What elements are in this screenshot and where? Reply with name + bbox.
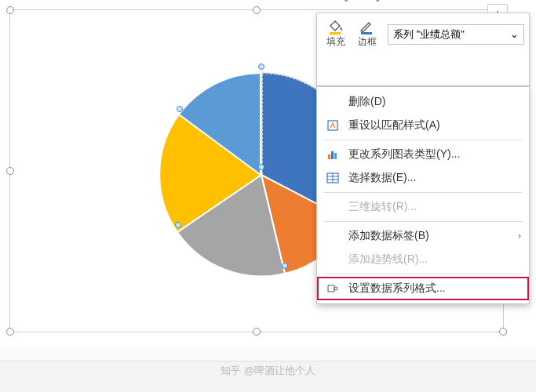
doc-shade2 (0, 349, 536, 361)
menu-select-data[interactable]: 选择数据(E)... (317, 166, 529, 190)
series-handle[interactable] (258, 64, 264, 70)
reset-icon (325, 118, 341, 132)
table-icon (325, 171, 341, 185)
resize-handle-br[interactable] (499, 328, 507, 336)
menu-separator (323, 192, 523, 193)
blank-icon (325, 252, 341, 267)
menu-add-data-labels[interactable]: 添加数据标签(B) › (317, 224, 529, 248)
resize-handle-tl[interactable] (6, 6, 14, 14)
svg-rect-4 (331, 151, 334, 159)
paint-bucket-icon (326, 20, 345, 35)
fill-label: 填充 (326, 35, 345, 49)
series-handle[interactable] (177, 106, 183, 112)
svg-rect-5 (334, 153, 337, 159)
svg-rect-3 (328, 154, 330, 159)
outline-label: 边框 (358, 35, 377, 49)
resize-handle-t[interactable] (253, 6, 261, 14)
menu-format-series[interactable]: 设置数据系列格式... (317, 277, 529, 300)
doc-shade (0, 361, 536, 392)
chart-type-icon (325, 147, 341, 162)
chevron-down-icon: ⌄ (510, 28, 519, 40)
menu-add-trendline: 添加趋势线(R)... (317, 248, 529, 271)
series-handle[interactable] (258, 164, 264, 170)
svg-rect-0 (330, 32, 341, 34)
menu-separator (323, 140, 523, 140)
menu-change-chart-type[interactable]: 更改系列图表类型(Y)... (317, 143, 529, 166)
resize-handle-l[interactable] (6, 167, 14, 175)
chevron-right-icon: › (518, 230, 521, 241)
selector-text: 系列 "业绩总额" (393, 27, 465, 42)
pen-icon (358, 20, 377, 35)
resize-handle-b[interactable] (253, 328, 261, 336)
series-selector[interactable]: 系列 "业绩总额" ⌄ (388, 24, 524, 45)
series-handle[interactable] (282, 263, 288, 269)
svg-point-10 (334, 287, 337, 290)
svg-rect-1 (361, 32, 372, 34)
menu-reset-style[interactable]: 重设以匹配样式(A) (317, 114, 529, 137)
outline-button[interactable]: 边框 ⌄ (353, 18, 381, 50)
resize-handle-bl[interactable] (6, 328, 14, 336)
format-icon (325, 281, 341, 296)
blank-icon (325, 95, 341, 109)
blank-icon (325, 200, 341, 214)
series-handle[interactable] (175, 222, 181, 228)
fill-button[interactable]: 填充 ⌄ (322, 18, 350, 50)
menu-delete[interactable]: 删除(D) (317, 90, 529, 114)
menu-separator (323, 274, 523, 274)
menu-3d-rotation: 三维旋转(R)... (317, 195, 529, 219)
menu-separator (323, 221, 523, 222)
context-menu: 删除(D) 重设以匹配样式(A) 更改系列图表类型(Y)... 选择数据(E).… (316, 86, 530, 304)
blank-icon (325, 229, 341, 243)
mini-toolbar: 填充 ⌄ 边框 ⌄ 系列 "业绩总额" ⌄ (316, 13, 530, 86)
